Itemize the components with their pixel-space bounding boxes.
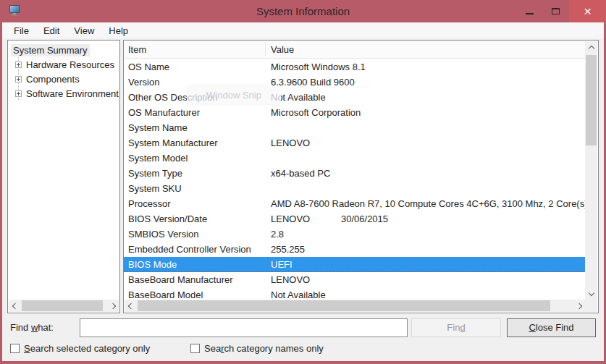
maximize-icon [552, 8, 560, 14]
menu-edit[interactable]: Edit [36, 24, 67, 38]
tree-item-components[interactable]: Components [8, 72, 119, 86]
system-information-window: System Information ✕ File Edit View Help… [0, 0, 606, 364]
chevron-left-icon [12, 302, 17, 308]
checkbox-search-selected-category[interactable] [10, 344, 20, 353]
checkbox-label: Search selected category only [24, 343, 150, 354]
table-row[interactable]: System Model [124, 151, 586, 166]
item-cell: Processor [128, 196, 171, 211]
table-row[interactable]: BIOS ModeUEFI [124, 257, 586, 272]
value-cell: 6.3.9600 Build 9600 [271, 75, 355, 90]
value-cell: UEFI [271, 257, 293, 272]
expand-plus-icon[interactable] [15, 62, 22, 68]
value-date-cell: 30/06/2015 [341, 211, 388, 227]
find-button[interactable]: Find [411, 318, 501, 337]
column-divider[interactable] [265, 43, 266, 56]
tree-horizontal-scrollbar[interactable] [9, 300, 119, 312]
scroll-up-button[interactable] [585, 41, 597, 54]
expand-plus-icon[interactable] [15, 90, 22, 97]
maximize-button[interactable] [542, 0, 569, 22]
item-cell: OS Name [128, 59, 169, 75]
item-cell: System Type [128, 166, 182, 181]
scroll-down-button[interactable] [585, 287, 597, 300]
menu-file[interactable]: File [7, 24, 36, 38]
chevron-right-icon [576, 302, 581, 308]
checkbox-label: Search category names only [204, 343, 324, 354]
vertical-scrollbar[interactable] [585, 41, 597, 300]
menu-help[interactable]: Help [101, 24, 135, 38]
scrollbar-corner [585, 300, 597, 312]
tree-item-label: Software Environment [26, 88, 119, 99]
chevron-up-icon [588, 45, 594, 51]
scroll-left-button[interactable] [9, 300, 21, 312]
category-tree-panel: System Summary Hardware Resources Compon… [7, 40, 120, 313]
table-row[interactable]: System Typex64-based PC [124, 166, 586, 181]
table-row[interactable]: BaseBoard ModelNot Available [124, 287, 586, 300]
table-row[interactable]: OS NameMicrosoft Windows 8.1 [124, 59, 586, 75]
minimize-icon [526, 13, 534, 14]
tree-item-label: Components [26, 74, 80, 85]
checkbox-search-category-names[interactable] [190, 344, 200, 353]
close-icon: ✕ [584, 7, 592, 17]
close-find-button[interactable]: Close Find [507, 318, 596, 337]
titlebar[interactable]: System Information ✕ [0, 0, 606, 22]
table-row[interactable]: ProcessorAMD A8-7600 Radeon R7, 10 Compu… [124, 196, 586, 211]
item-cell: System Manufacturer [128, 135, 218, 151]
expand-plus-icon[interactable] [15, 76, 22, 82]
chevron-down-icon [588, 289, 594, 295]
item-cell: Embedded Controller Version [128, 242, 251, 257]
tree-item-software-environment[interactable]: Software Environment [8, 86, 119, 101]
item-cell: OS Manufacturer [128, 105, 200, 120]
column-header-value[interactable]: Value [271, 41, 294, 59]
search-options-row: Search selected category only Search cat… [2, 343, 604, 359]
item-cell: System Name [128, 120, 188, 135]
snip-ghost-overlay: Window Snip [187, 86, 281, 104]
item-cell: BIOS Mode [128, 257, 177, 272]
value-cell: 255.255 [271, 242, 305, 257]
table-row[interactable]: OS ManufacturerMicrosoft Corporation [124, 105, 586, 120]
value-cell: LENOVO [271, 211, 310, 227]
tree-item-label: System Summary [11, 44, 90, 56]
column-header-item[interactable]: Item [128, 41, 146, 59]
table-row[interactable]: BIOS Version/DateLENOVO30/06/2015 [124, 211, 586, 227]
tree-item-system-summary[interactable]: System Summary [8, 43, 119, 57]
value-cell: Microsoft Windows 8.1 [271, 59, 366, 75]
item-cell: Version [128, 75, 159, 90]
item-cell: BaseBoard Manufacturer [128, 272, 233, 287]
window-title: System Information [0, 0, 606, 22]
table-row[interactable]: BaseBoard ManufacturerLENOVO [124, 272, 586, 287]
item-cell: SMBIOS Version [128, 227, 199, 242]
content-area: System Summary Hardware Resources Compon… [2, 38, 604, 361]
close-button[interactable]: ✕ [569, 0, 606, 22]
search-selected-category-option[interactable]: Search selected category only [10, 343, 150, 354]
table-horizontal-scrollbar[interactable] [125, 300, 585, 312]
value-cell: Microsoft Corporation [271, 105, 361, 120]
scrollbar-thumb[interactable] [138, 300, 550, 311]
item-cell: BIOS Version/Date [128, 211, 207, 227]
tree-item-label: Hardware Resources [26, 59, 114, 70]
find-input[interactable] [80, 318, 408, 337]
scrollbar-thumb[interactable] [22, 300, 103, 311]
scroll-right-button[interactable] [573, 300, 585, 312]
item-cell: System Model [128, 151, 188, 166]
value-cell: AMD A8-7600 Radeon R7, 10 Compute Cores … [271, 196, 586, 211]
table-row[interactable]: System SKU [124, 181, 586, 196]
find-what-label: Find what: [10, 322, 54, 333]
value-cell: 2.8 [271, 227, 284, 242]
table-row[interactable]: System ManufacturerLENOVO [124, 135, 586, 151]
table-row[interactable]: Embedded Controller Version255.255 [124, 242, 586, 257]
scroll-right-button[interactable] [106, 300, 119, 312]
table-row[interactable]: SMBIOS Version2.8 [124, 227, 586, 242]
detail-table-panel: Item Value OS NameMicrosoft Windows 8.1V… [123, 40, 599, 313]
value-cell: x64-based PC [271, 166, 330, 181]
chevron-right-icon [109, 302, 115, 308]
minimize-button[interactable] [517, 0, 542, 22]
tree-item-hardware-resources[interactable]: Hardware Resources [8, 57, 119, 72]
scroll-left-button[interactable] [125, 300, 137, 312]
menu-view[interactable]: View [67, 24, 101, 38]
search-category-names-option[interactable]: Search category names only [190, 343, 324, 354]
table-row[interactable]: System Name [124, 120, 586, 135]
item-cell: System SKU [128, 181, 182, 196]
value-cell: LENOVO [271, 135, 310, 151]
chevron-left-icon [127, 302, 133, 308]
scrollbar-thumb[interactable] [586, 55, 597, 145]
